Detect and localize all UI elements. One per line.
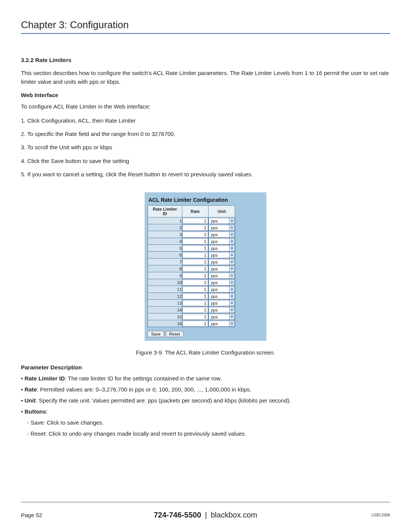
unit-select[interactable]: pps▼: [209, 293, 235, 299]
unit-select-value: pps: [209, 307, 229, 313]
rate-limiter-id-cell: 11: [148, 286, 182, 293]
rate-input[interactable]: [182, 232, 209, 238]
table-row: 5pps▼: [148, 245, 235, 252]
unit-select[interactable]: pps▼: [209, 266, 235, 272]
rate-input[interactable]: [182, 238, 209, 244]
param-unit: • Unit: Specify the rate unit. Values pe…: [21, 397, 390, 404]
unit-cell: pps▼: [209, 286, 235, 293]
param-reset-desc: - Reset: Click to undo any changes made …: [27, 430, 390, 437]
col-header-id: Rate Limiter ID: [148, 206, 182, 217]
rate-input[interactable]: [182, 293, 209, 299]
rate-input[interactable]: [182, 252, 209, 258]
rate-limiter-id-cell: 5: [148, 245, 182, 252]
step-2: 2. To specific the Rate field and the ra…: [21, 129, 390, 138]
rate-cell: [182, 307, 209, 313]
table-row: 4pps▼: [148, 238, 235, 245]
rate-input[interactable]: [182, 286, 209, 292]
unit-select-value: pps: [209, 273, 229, 278]
rate-input[interactable]: [182, 225, 209, 231]
rate-input[interactable]: [182, 259, 209, 265]
rate-input[interactable]: [182, 218, 209, 224]
unit-select-value: pps: [209, 259, 229, 265]
table-row: 8pps▼: [148, 265, 235, 272]
unit-select[interactable]: pps▼: [209, 252, 235, 258]
page-footer: Page 52 724-746-5500|blackbox.com LGB110…: [21, 512, 390, 518]
table-row: 3pps▼: [148, 231, 235, 238]
rate-table: Rate Limiter ID Rate Unit 1pps▼2pps▼3pps…: [148, 205, 235, 327]
param-desc: : Permitted values are: 0–3,276,700 in p…: [37, 386, 252, 393]
step-3: 3. To scroll the Unit with pps or kbps: [21, 143, 390, 152]
unit-select-value: pps: [209, 225, 229, 230]
unit-select[interactable]: pps▼: [209, 232, 235, 238]
unit-cell: pps▼: [209, 259, 235, 265]
unit-select-value: pps: [209, 321, 229, 326]
param-rate-limiter-id: • Rate Limiter ID: The rate limiter ID f…: [21, 375, 390, 382]
param-desc: : Specify the rate unit. Values permitte…: [36, 397, 291, 404]
col-header-rate: Rate: [182, 206, 209, 217]
unit-select[interactable]: pps▼: [209, 245, 235, 251]
unit-cell: pps▼: [209, 224, 235, 231]
unit-cell: pps▼: [209, 307, 235, 313]
chevron-down-icon: ▼: [229, 300, 234, 306]
chevron-down-icon: ▼: [229, 294, 234, 299]
unit-select[interactable]: pps▼: [209, 280, 235, 286]
unit-select-value: pps: [209, 266, 229, 272]
step-4: 4. Click the Save button to save the set…: [21, 157, 390, 165]
rate-limiter-id-cell: 10: [148, 279, 182, 286]
param-buttons: • Buttons:: [21, 408, 390, 415]
unit-cell: pps▼: [209, 217, 235, 224]
unit-cell: pps▼: [209, 245, 235, 252]
param-name: Unit: [24, 397, 35, 404]
web-interface-heading: Web Interface: [21, 92, 390, 98]
rate-input[interactable]: [182, 280, 209, 286]
chapter-title: Chapter 3: Configuration: [21, 19, 390, 34]
unit-select[interactable]: pps▼: [209, 321, 235, 327]
footer-site: blackbox.com: [211, 511, 257, 519]
chevron-down-icon: ▼: [229, 239, 234, 244]
chevron-down-icon: ▼: [229, 273, 234, 278]
rate-limiter-id-cell: 7: [148, 259, 182, 265]
table-row: 16pps▼: [148, 320, 235, 327]
unit-select[interactable]: pps▼: [209, 273, 235, 279]
table-row: 11pps▼: [148, 286, 235, 293]
rate-input[interactable]: [182, 307, 209, 313]
rate-input[interactable]: [182, 266, 209, 272]
rate-input[interactable]: [182, 273, 209, 279]
unit-select[interactable]: pps▼: [209, 259, 235, 265]
col-header-unit: Unit: [209, 206, 235, 217]
unit-select[interactable]: pps▼: [209, 238, 235, 244]
chevron-down-icon: ▼: [229, 252, 234, 258]
rate-cell: [182, 286, 209, 293]
rate-input[interactable]: [182, 300, 209, 306]
rate-limiter-id-cell: 12: [148, 293, 182, 300]
table-row: 6pps▼: [148, 252, 235, 259]
unit-cell: pps▼: [209, 231, 235, 238]
chevron-down-icon: ▼: [229, 314, 234, 320]
step-1: 1. Click Configuration, ACL, then Rate L…: [21, 116, 390, 125]
rate-limiter-id-cell: 15: [148, 313, 182, 320]
unit-select[interactable]: pps▼: [209, 307, 235, 313]
table-row: 15pps▼: [148, 313, 235, 320]
rate-input[interactable]: [182, 314, 209, 320]
unit-select[interactable]: pps▼: [209, 218, 235, 224]
unit-select[interactable]: pps▼: [209, 300, 235, 306]
rate-limiter-id-cell: 9: [148, 272, 182, 279]
unit-select[interactable]: pps▼: [209, 225, 235, 231]
param-name: Rate: [24, 386, 37, 393]
table-row: 9pps▼: [148, 272, 235, 279]
rate-cell: [182, 279, 209, 286]
rate-limiter-id-cell: 8: [148, 265, 182, 272]
unit-select-value: pps: [209, 300, 229, 306]
unit-select[interactable]: pps▼: [209, 286, 235, 292]
rate-input[interactable]: [182, 321, 209, 327]
panel-title: ACL Rate Limiter Configuration: [148, 197, 263, 203]
unit-select[interactable]: pps▼: [209, 314, 235, 320]
table-row: 1pps▼: [148, 217, 235, 224]
rate-input[interactable]: [182, 245, 209, 251]
reset-button[interactable]: Reset: [166, 331, 184, 337]
unit-cell: pps▼: [209, 252, 235, 259]
param-name: Rate Limiter ID: [24, 375, 65, 382]
rate-cell: [182, 272, 209, 279]
unit-cell: pps▼: [209, 279, 235, 286]
save-button[interactable]: Save: [148, 331, 164, 337]
